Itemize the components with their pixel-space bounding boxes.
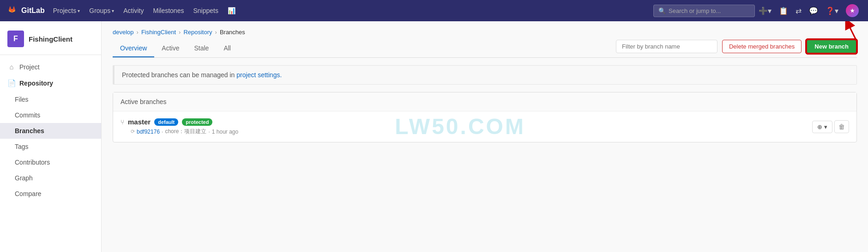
sidebar-label-branches: Branches xyxy=(15,127,44,135)
nav-chart[interactable]: 📊 xyxy=(223,0,240,21)
breadcrumb-sep3: › xyxy=(215,29,217,36)
search-input[interactable] xyxy=(669,7,750,14)
plus-icon: ➕ xyxy=(759,6,768,15)
branch-tabs: Overview Active Stale All Delete merged … xyxy=(113,39,857,58)
nav-help-btn[interactable]: ❓ ▾ xyxy=(822,0,842,21)
issues-icon: 💬 xyxy=(809,6,818,15)
branch-row: ⑂ master default protected ⟳ bdf92176 · … xyxy=(113,111,856,142)
commit-icon: ⟳ xyxy=(131,129,135,135)
top-navigation: GitLab Projects ▾ Groups ▾ Activity Mile… xyxy=(0,0,868,21)
merge-icon: ⇄ xyxy=(796,6,802,15)
trash-icon: 🗑 xyxy=(838,123,845,130)
delete-merged-button[interactable]: Delete merged branches xyxy=(722,40,802,53)
help-icon: ❓ xyxy=(826,6,835,15)
branch-name: master xyxy=(128,118,151,126)
nav-issues-btn[interactable]: 💬 xyxy=(805,0,822,21)
branch-info: ⑂ master default protected ⟳ bdf92176 · … xyxy=(121,118,812,135)
chevron-down-icon: ▾ xyxy=(835,6,838,15)
info-banner: Protected branches can be managed in pro… xyxy=(113,65,857,85)
tab-overview[interactable]: Overview xyxy=(113,40,154,57)
breadcrumb: develop › FishingClient › Repository › B… xyxy=(102,21,868,39)
project-settings-link[interactable]: project settings. xyxy=(236,71,282,79)
info-text: Protected branches can be managed in xyxy=(122,71,235,79)
breadcrumb-repository[interactable]: Repository xyxy=(183,29,212,36)
breadcrumb-sep1: › xyxy=(137,29,139,36)
sidebar-item-commits[interactable]: Commits xyxy=(0,107,101,123)
sidebar-label-commits: Commits xyxy=(15,111,40,119)
branch-name-row: ⑂ master default protected xyxy=(121,118,812,126)
sidebar-label-repository: Repository xyxy=(19,80,53,87)
commit-dot: · xyxy=(162,129,163,135)
sidebar-label-contributors: Contributors xyxy=(15,159,50,166)
home-icon: ⌂ xyxy=(7,63,16,71)
branches-section-header: Active branches xyxy=(113,92,856,111)
branch-actions: ⊕ ▾ 🗑 xyxy=(812,120,849,133)
sidebar-label-compare: Compare xyxy=(15,190,42,197)
sidebar-item-branches[interactable]: Branches xyxy=(0,123,101,139)
chevron-down-icon: ▾ xyxy=(78,8,80,13)
sidebar-item-contributors[interactable]: Contributors xyxy=(0,154,101,170)
tab-stale[interactable]: Stale xyxy=(187,40,216,57)
sidebar-label-tags: Tags xyxy=(15,143,29,150)
branch-icon: ⑂ xyxy=(121,118,124,126)
nav-merge-request-btn[interactable]: ⇄ xyxy=(792,0,805,21)
sidebar-item-files[interactable]: Files xyxy=(0,92,101,107)
sidebar-label-project: Project xyxy=(19,63,40,71)
nav-snippets[interactable]: Snippets xyxy=(188,0,223,21)
filter-branch-input[interactable] xyxy=(616,40,717,53)
breadcrumb-current: Branches xyxy=(220,29,245,36)
commit-time: 1 hour ago xyxy=(212,129,238,135)
chevron-down-icon: ▾ xyxy=(824,123,827,130)
main-layout: F FishingClient ⌂ Project 📄 Repository F… xyxy=(0,21,868,252)
project-name: FishingClient xyxy=(29,35,72,43)
page-content: Overview Active Stale All Delete merged … xyxy=(102,39,868,154)
new-branch-button[interactable]: New branch xyxy=(806,39,857,54)
nav-activity[interactable]: Activity xyxy=(119,0,148,21)
commit-dot2: · xyxy=(208,129,210,135)
sidebar-item-tags[interactable]: Tags xyxy=(0,139,101,154)
nav-groups[interactable]: Groups ▾ xyxy=(84,0,119,21)
breadcrumb-fishing-client[interactable]: FishingClient xyxy=(141,29,176,36)
main-content: develop › FishingClient › Repository › B… xyxy=(102,21,868,252)
breadcrumb-develop[interactable]: develop xyxy=(113,29,134,36)
nav-milestones[interactable]: Milestones xyxy=(149,0,189,21)
sidebar-item-repository[interactable]: 📄 Repository xyxy=(0,75,101,92)
badge-default: default xyxy=(154,118,178,126)
tab-active[interactable]: Active xyxy=(154,40,187,57)
search-box[interactable]: 🔍 xyxy=(653,5,755,17)
project-header: F FishingClient xyxy=(0,25,101,55)
user-avatar[interactable]: ★ xyxy=(846,4,859,17)
nav-plus-btn[interactable]: ➕ ▾ xyxy=(755,0,775,21)
commit-message: chore：项目建立 xyxy=(165,128,206,135)
breadcrumb-sep2: › xyxy=(179,29,181,36)
gitlab-logo[interactable]: GitLab xyxy=(6,4,45,17)
search-icon: 🔍 xyxy=(658,7,666,14)
nav-clipboard-btn[interactable]: 📋 xyxy=(775,0,792,21)
sidebar-item-graph[interactable]: Graph xyxy=(0,170,101,186)
compare-icon: ⊕ xyxy=(817,123,822,130)
chevron-down-icon: ▾ xyxy=(768,6,772,15)
commit-hash-link[interactable]: bdf92176 xyxy=(137,129,160,135)
tab-all[interactable]: All xyxy=(216,40,238,57)
new-branch-wrapper: New branch xyxy=(806,39,857,54)
sidebar-label-files: Files xyxy=(15,96,29,103)
branch-compare-button[interactable]: ⊕ ▾ xyxy=(812,121,832,133)
nav-avatar[interactable]: ★ xyxy=(842,0,862,21)
sidebar-item-compare[interactable]: Compare xyxy=(0,186,101,202)
clipboard-icon: 📋 xyxy=(779,6,788,15)
badge-protected: protected xyxy=(182,118,212,126)
branch-delete-button[interactable]: 🗑 xyxy=(834,120,849,133)
branch-commit-info: ⟳ bdf92176 · chore：项目建立 · 1 hour ago xyxy=(121,128,812,135)
sidebar-item-project[interactable]: ⌂ Project xyxy=(0,59,101,75)
sidebar-label-graph: Graph xyxy=(15,174,33,182)
chart-icon: 📊 xyxy=(228,7,235,14)
project-avatar: F xyxy=(7,31,24,47)
tab-actions: Delete merged branches New branch xyxy=(616,39,857,57)
repository-icon: 📄 xyxy=(7,79,16,87)
gitlab-wordmark: GitLab xyxy=(21,6,45,15)
branches-section: Active branches ⑂ master default protect… xyxy=(113,92,857,142)
nav-projects[interactable]: Projects ▾ xyxy=(48,0,85,21)
chevron-down-icon: ▾ xyxy=(112,8,114,13)
sidebar: F FishingClient ⌂ Project 📄 Repository F… xyxy=(0,21,102,252)
